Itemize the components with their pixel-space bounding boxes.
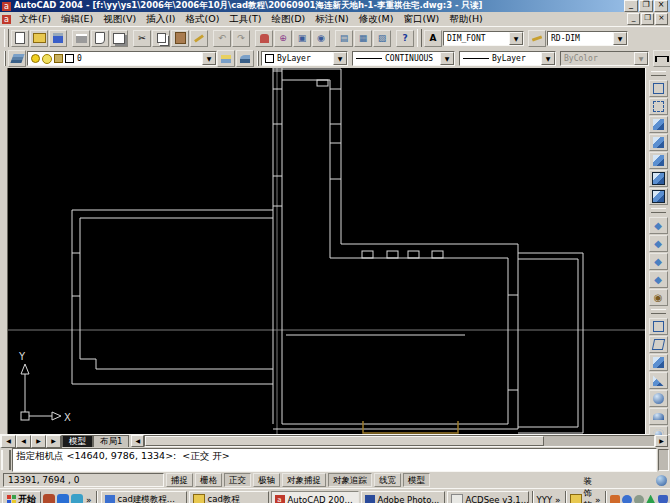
pan-realtime-button[interactable] (255, 30, 273, 47)
model-paper-toggle[interactable]: 模型 (403, 473, 430, 487)
lineweight-combo[interactable]: ByLayer ▼ (459, 51, 556, 66)
tab-last-button[interactable]: ▶ (46, 435, 62, 448)
dropdown-arrow-icon[interactable]: ▼ (333, 52, 347, 65)
zoom-realtime-button[interactable]: ⊕ (274, 30, 292, 47)
mdi-minimize-button[interactable]: _ (627, 13, 640, 25)
dropdown-arrow-icon[interactable]: ▼ (440, 52, 454, 65)
menu-draw[interactable]: 绘图(D) (267, 12, 311, 27)
grid-toggle[interactable]: 栅格 (195, 473, 222, 487)
shade-gouraud-edges-button[interactable] (649, 188, 668, 205)
dim-style-button[interactable] (528, 30, 546, 47)
horizontal-scrollbar[interactable]: ◀ ▶ (131, 435, 668, 446)
render-hide-button[interactable]: ◆ (649, 217, 668, 234)
lineweight-toggle[interactable]: 线宽 (374, 473, 401, 487)
render-toolbar-grip[interactable] (651, 208, 666, 213)
toolbar-grip[interactable] (4, 29, 9, 47)
tray-icon-1[interactable] (610, 495, 620, 503)
dim-style-combo[interactable]: RD-DIM ▼ (547, 31, 628, 46)
menu-tools[interactable]: 工具(T) (224, 12, 266, 27)
ortho-toggle[interactable]: 正交 (224, 473, 251, 487)
tray-shield-icon[interactable] (658, 495, 668, 503)
taskbar-item-cad-folder[interactable]: cad教程 (189, 491, 269, 503)
close-button[interactable]: × (654, 0, 668, 12)
text-style-button[interactable]: A (424, 30, 442, 47)
taskbar-item-cad-modeling[interactable]: cad建模教程... (101, 491, 187, 503)
shade-flat-button[interactable] (649, 134, 668, 151)
shade-3d-wireframe-button[interactable] (649, 98, 668, 115)
communication-center-icon[interactable] (656, 475, 667, 486)
render-button[interactable]: ◉ (649, 289, 668, 306)
start-button[interactable]: 开始 (2, 491, 41, 503)
menu-window[interactable]: 窗口(W) (398, 12, 444, 27)
taskbar-item-autocad[interactable]: a AutoCAD 200... (271, 491, 359, 503)
tab-prev-button[interactable]: ◀ (16, 435, 31, 448)
render-scene-button[interactable]: ◆ (649, 235, 668, 252)
minimize-button[interactable]: _ (624, 0, 638, 12)
match-properties-button[interactable] (190, 30, 208, 47)
layer-previous-button[interactable] (236, 50, 254, 67)
text-style-combo[interactable]: DIM_FONT ▼ (443, 31, 524, 46)
restore-button[interactable]: ❐ (639, 0, 653, 12)
quick-launch-icon-2[interactable] (57, 494, 69, 503)
properties-toolbar-grip[interactable] (257, 51, 259, 66)
dropdown-arrow-icon[interactable]: ▼ (613, 32, 627, 45)
menu-modify[interactable]: 修改(M) (354, 12, 399, 27)
shade-2d-wireframe-button[interactable] (649, 80, 668, 97)
osnap-toggle[interactable]: 对象捕捉 (282, 473, 326, 487)
quick-launch-chevron-icon[interactable]: » (85, 495, 93, 503)
properties-palette-button[interactable]: ▤ (335, 30, 353, 47)
tab-layout1[interactable]: 布局1 (93, 435, 129, 447)
layer-lock-icon[interactable] (54, 54, 63, 63)
tab-first-button[interactable]: ◀ (0, 435, 16, 448)
tab-next-button[interactable]: ▶ (31, 435, 46, 448)
plot-button[interactable] (72, 30, 90, 47)
surfaces-toolbar-grip[interactable] (651, 309, 666, 314)
layers-toolbar-grip[interactable] (4, 51, 6, 66)
mdi-restore-button[interactable]: ❐ (641, 13, 654, 25)
menu-format[interactable]: 格式(O) (180, 12, 224, 27)
toolbar-yyy-label[interactable]: YYY (537, 495, 553, 503)
toolbar-overflow-button[interactable] (653, 50, 670, 67)
command-scrollbar[interactable] (658, 449, 669, 471)
tray-icon-3[interactable] (634, 495, 644, 503)
publish-button[interactable] (110, 30, 128, 47)
undo-button[interactable]: ↶ (213, 30, 231, 47)
command-line-input[interactable]: 指定相机点 <14640, 9786, 1334>: <正交 开> (12, 448, 657, 472)
taskbar-item-acdsee[interactable]: ACDSee v3.1... (447, 491, 529, 503)
plot-preview-button[interactable] (91, 30, 109, 47)
menu-file[interactable]: 文件(F) (14, 12, 56, 27)
yyy-chevron-icon[interactable]: » (554, 495, 562, 503)
tool-palettes-button[interactable]: ▨ (373, 30, 391, 47)
shade-flat-edges-button[interactable] (649, 170, 668, 187)
otrack-toggle[interactable]: 对象追踪 (328, 473, 372, 487)
quick-launch-icon-3[interactable] (71, 494, 83, 503)
scrollbar-track[interactable] (144, 435, 655, 447)
surfaces-3d-face-button[interactable] (649, 336, 668, 353)
new-file-button[interactable] (11, 30, 29, 47)
shade-toolbar-grip[interactable] (651, 71, 666, 76)
dropdown-arrow-icon[interactable]: ▼ (202, 52, 216, 65)
zoom-window-button[interactable]: ▣ (293, 30, 311, 47)
cut-button[interactable]: ✂ (133, 30, 151, 47)
command-window-grip[interactable] (1, 450, 11, 470)
scrollbar-thumb[interactable] (145, 436, 544, 446)
color-combo[interactable]: ByLayer ▼ (261, 51, 348, 66)
redo-button[interactable]: ↷ (232, 30, 250, 47)
surfaces-2d-solid-button[interactable] (649, 318, 668, 335)
linetype-combo[interactable]: CONTINUOUS ▼ (352, 51, 455, 66)
toolbar-deco-label[interactable]: 装饰软件 (584, 476, 593, 503)
menu-view[interactable]: 视图(V) (98, 12, 141, 27)
render-light-button[interactable]: ◆ (649, 253, 668, 270)
open-file-button[interactable] (30, 30, 48, 47)
help-button[interactable]: ? (396, 30, 414, 47)
layer-color-swatch[interactable] (65, 54, 74, 63)
tab-model[interactable]: 模型 (62, 435, 93, 447)
make-object-layer-current-button[interactable] (217, 50, 235, 67)
quick-launch-icon-1[interactable] (43, 494, 55, 503)
layer-on-icon[interactable] (31, 54, 40, 63)
menu-dimension[interactable]: 标注(N) (310, 12, 354, 27)
render-materials-button[interactable]: ◆ (649, 271, 668, 288)
menu-help[interactable]: 帮助(H) (444, 12, 488, 27)
surfaces-dome-button[interactable] (649, 408, 668, 425)
tray-icon-2[interactable] (622, 495, 632, 503)
